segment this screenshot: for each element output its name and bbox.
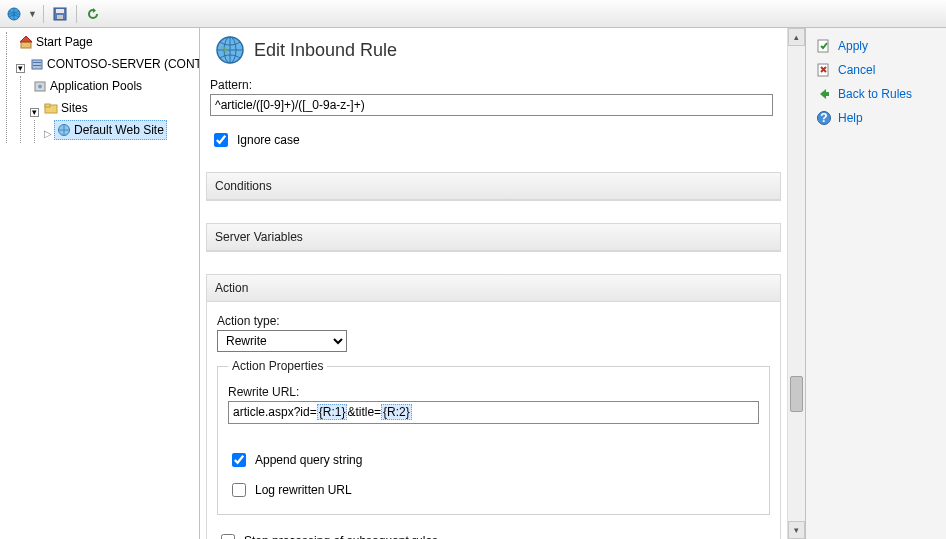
scroll-thumb[interactable] [790, 376, 803, 412]
action-properties-legend: Action Properties [228, 359, 327, 373]
tree-expander-collapsed[interactable]: ▷ [44, 128, 52, 139]
server-variables-section[interactable]: Server Variables [206, 223, 781, 252]
svg-text:?: ? [820, 111, 827, 125]
chevron-down-icon: ▾ [794, 525, 799, 535]
dropdown-arrow-icon: ▼ [28, 9, 37, 19]
home-icon [19, 35, 33, 49]
page-title: Edit Inbound Rule [254, 40, 397, 61]
action-header: Action [207, 275, 780, 302]
save-button[interactable] [50, 4, 70, 24]
stop-processing-checkbox[interactable] [221, 534, 235, 539]
chevron-up-icon: ▴ [794, 32, 799, 42]
vertical-scrollbar[interactable]: ▴ ▾ [787, 28, 805, 539]
rewrite-url-input[interactable]: article.aspx?id={R:1}&title={R:2} [228, 401, 759, 424]
tree-label: Start Page [36, 33, 93, 51]
scroll-down-button[interactable]: ▾ [788, 521, 805, 539]
actions-pane: Apply Cancel Back to Rules ? Help [806, 28, 946, 539]
svg-rect-7 [33, 62, 41, 63]
tree-start-page[interactable]: Start Page [16, 32, 96, 52]
svg-rect-2 [56, 9, 64, 13]
globe-icon [57, 123, 71, 137]
append-query-string-checkbox[interactable] [232, 453, 246, 467]
apply-label: Apply [838, 39, 868, 53]
append-query-string-label: Append query string [255, 453, 362, 467]
cancel-action[interactable]: Cancel [810, 58, 942, 82]
nav-dropdown-button[interactable] [4, 4, 24, 24]
tree-expander[interactable]: ▾ [30, 108, 39, 117]
app-pools-icon [33, 79, 47, 93]
tree-label: Application Pools [50, 77, 142, 95]
svg-rect-6 [32, 60, 42, 69]
svg-rect-16 [818, 40, 828, 52]
tree-app-pools[interactable]: Application Pools [30, 76, 145, 96]
stop-processing-label: Stop processing of subsequent rules [244, 534, 438, 539]
cancel-icon [816, 62, 832, 78]
tree-server[interactable]: CONTOSO-SERVER (CONTOS [27, 54, 200, 74]
action-section: Action Action type: Rewrite Action Prope… [206, 274, 781, 539]
rewrite-url-label: Rewrite URL: [228, 385, 759, 399]
svg-rect-3 [57, 15, 63, 19]
content-pane: Edit Inbound Rule Pattern: Ignore case C… [200, 28, 806, 539]
log-rewritten-label: Log rewritten URL [255, 483, 352, 497]
tree-sites[interactable]: Sites [41, 98, 91, 118]
conditions-section[interactable]: Conditions [206, 172, 781, 201]
conditions-header: Conditions [207, 173, 780, 200]
globe-small-icon [6, 6, 22, 22]
back-to-rules-action[interactable]: Back to Rules [810, 82, 942, 106]
pattern-label: Pattern: [210, 78, 773, 92]
cancel-label: Cancel [838, 63, 875, 77]
page-globe-icon [214, 34, 246, 66]
back-label: Back to Rules [838, 87, 912, 101]
apply-icon [816, 38, 832, 54]
svg-point-10 [38, 85, 42, 89]
help-action[interactable]: ? Help [810, 106, 942, 130]
refresh-icon [85, 6, 101, 22]
tree-default-website[interactable]: Default Web Site [54, 120, 167, 140]
tree-label: Sites [61, 99, 88, 117]
ignore-case-checkbox[interactable] [214, 133, 228, 147]
connections-tree: Start Page ▾ CONTOSO-SERVER (CONTOS Appl… [0, 28, 200, 539]
server-variables-header: Server Variables [207, 224, 780, 251]
svg-rect-8 [33, 65, 41, 66]
log-rewritten-checkbox[interactable] [232, 483, 246, 497]
svg-rect-12 [45, 104, 50, 107]
apply-action[interactable]: Apply [810, 34, 942, 58]
back-ref-r1: {R:1} [317, 404, 348, 420]
refresh-button[interactable] [83, 4, 103, 24]
help-icon: ? [816, 110, 832, 126]
floppy-icon [52, 6, 68, 22]
scroll-track[interactable] [788, 46, 805, 521]
back-ref-r2: {R:2} [381, 404, 412, 420]
server-icon [30, 57, 44, 71]
tree-label: Default Web Site [74, 121, 164, 139]
svg-marker-5 [20, 36, 32, 42]
toolbar: ▼ [0, 0, 946, 28]
folder-icon [44, 101, 58, 115]
ignore-case-label: Ignore case [237, 133, 300, 147]
svg-rect-18 [825, 92, 829, 96]
action-type-select[interactable]: Rewrite [217, 330, 347, 352]
pattern-input[interactable] [210, 94, 773, 116]
tree-label: CONTOSO-SERVER (CONTOS [47, 55, 200, 73]
tree-expander[interactable]: ▾ [16, 64, 25, 73]
action-type-label: Action type: [217, 314, 770, 328]
action-properties-fieldset: Action Properties Rewrite URL: article.a… [217, 366, 770, 515]
back-arrow-icon [816, 86, 832, 102]
scroll-up-button[interactable]: ▴ [788, 28, 805, 46]
help-label: Help [838, 111, 863, 125]
